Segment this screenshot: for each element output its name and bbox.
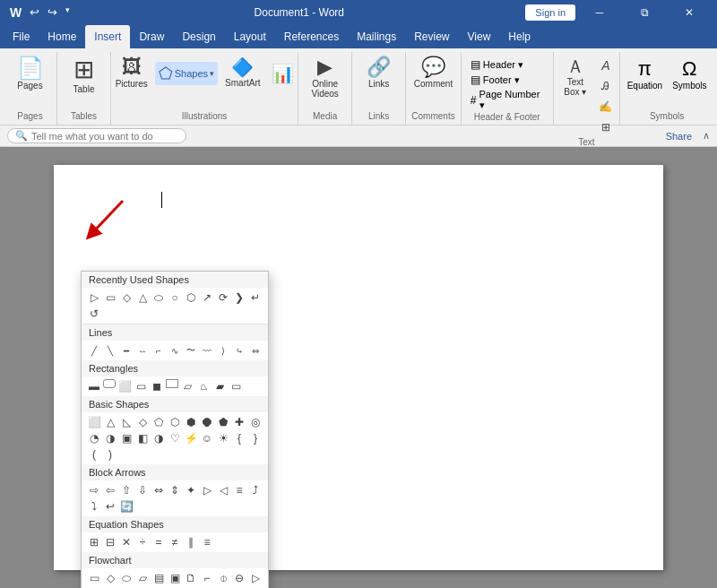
shapes-button[interactable]: ⬠ Shapes ▾ — [155, 62, 218, 85]
ba-curved-up[interactable]: ⤴ — [248, 483, 263, 497]
rect-snip-diag[interactable]: ◼ — [150, 379, 164, 393]
basic-dec[interactable]: ⬟ — [216, 415, 230, 429]
share-button[interactable]: Share — [666, 131, 692, 142]
ba-left[interactable]: ⇦ — [103, 483, 117, 497]
eq-equal[interactable]: = — [151, 535, 166, 549]
signin-button[interactable]: Sign in — [525, 4, 575, 21]
basic-rt-triangle[interactable]: ◺ — [119, 415, 134, 429]
ribbon-collapse-button[interactable]: ∧ — [703, 130, 710, 142]
basic-paren-l[interactable]: ( — [87, 447, 101, 462]
basic-pent[interactable]: ⬠ — [151, 415, 166, 429]
line-connector[interactable]: ⤷ — [232, 343, 246, 358]
redo-button[interactable]: ↪ — [45, 4, 60, 21]
page-number-button[interactable]: # Page Number ▾ — [467, 88, 548, 112]
eq-plus[interactable]: ⊞ — [87, 535, 101, 549]
fc-stored[interactable]: ⌽ — [216, 571, 230, 585]
comment-button[interactable]: 💬 Comment — [410, 56, 456, 91]
rect-trapezoid[interactable]: ⏢ — [196, 379, 211, 393]
shape-diamond[interactable]: ◇ — [119, 290, 134, 305]
fc-decision[interactable]: ◇ — [103, 571, 117, 585]
minimize-button[interactable]: ─ — [579, 0, 620, 25]
line-dash[interactable]: ╲ — [103, 343, 117, 358]
ba-quad[interactable]: ✦ — [184, 483, 198, 497]
fc-terminator[interactable]: ⬭ — [119, 571, 134, 585]
eq-mult[interactable]: ✕ — [119, 535, 134, 549]
shape-triangle[interactable]: △ — [135, 290, 150, 305]
shape-rect[interactable]: ▭ — [103, 290, 117, 305]
basic-paren-r[interactable]: ) — [103, 447, 117, 462]
basic-smiley[interactable]: ☺ — [200, 431, 214, 445]
basic-frame[interactable]: ▣ — [119, 431, 134, 445]
rect-rounded[interactable] — [103, 379, 116, 388]
tell-me-search-input[interactable] — [31, 131, 178, 142]
basic-square[interactable]: ⬜ — [87, 415, 101, 429]
tab-references[interactable]: References — [275, 25, 348, 48]
basic-heart[interactable]: ♡ — [168, 431, 182, 445]
tab-insert[interactable]: Insert — [85, 25, 130, 48]
basic-hex[interactable]: ⬡ — [168, 415, 182, 429]
line-arrow[interactable]: ━ — [119, 343, 134, 358]
basic-ring[interactable]: ◎ — [248, 415, 263, 429]
tab-review[interactable]: Review — [405, 25, 458, 48]
basic-triangle[interactable]: △ — [103, 415, 117, 429]
rect-solid[interactable]: ▰ — [212, 379, 227, 393]
line-straight[interactable]: ╱ — [87, 343, 101, 358]
ba-stripes[interactable]: ≡ — [232, 483, 246, 497]
shape-circle[interactable]: ○ — [168, 290, 182, 305]
close-button[interactable]: ✕ — [669, 0, 710, 25]
shape-hex[interactable]: ⬡ — [184, 290, 198, 305]
rect-snip-one[interactable]: ⬜ — [117, 379, 132, 393]
fc-sequential[interactable]: ⊖ — [232, 571, 246, 585]
line-elbow[interactable]: ⌐ — [151, 343, 166, 358]
fc-predefined[interactable]: ▤ — [151, 571, 166, 585]
tab-layout[interactable]: Layout — [225, 25, 275, 48]
tab-home[interactable]: Home — [39, 25, 85, 48]
ba-right[interactable]: ⇨ — [87, 483, 101, 497]
customize-qa-button[interactable]: ▾ — [63, 4, 73, 21]
basic-half-frame[interactable]: ◧ — [135, 431, 150, 445]
eq-div[interactable]: ÷ — [135, 535, 150, 549]
basic-moon[interactable]: ◑ — [151, 431, 166, 445]
eq-equiv[interactable]: ≡ — [200, 535, 214, 549]
fc-process[interactable]: ▭ — [87, 571, 101, 585]
text-box-button[interactable]: Ａ TextBox ▾ — [557, 56, 593, 99]
eq-parallel[interactable]: ∥ — [184, 535, 198, 549]
fc-data[interactable]: ▱ — [135, 571, 150, 585]
restore-button[interactable]: ⧉ — [624, 0, 665, 25]
symbols-button[interactable]: Ω Symbols — [669, 56, 710, 92]
tab-draw[interactable]: Draw — [130, 25, 173, 48]
tab-file[interactable]: File — [4, 25, 39, 48]
tab-mailings[interactable]: Mailings — [348, 25, 405, 48]
shape-corner-right[interactable]: ↵ — [248, 290, 263, 305]
line-double-arrow[interactable]: ↔ — [135, 343, 150, 358]
shape-curve-arrow[interactable]: ↗ — [200, 290, 214, 305]
links-button[interactable]: 🔗 Links — [361, 56, 397, 91]
ba-notch-left[interactable]: ◁ — [216, 483, 230, 497]
shape-chevron-right[interactable]: ❯ — [232, 290, 246, 305]
header-button[interactable]: ▤ Header ▾ — [467, 57, 548, 72]
ba-left-right[interactable]: ⇔ — [151, 483, 166, 497]
basic-brace-l[interactable]: { — [232, 431, 246, 445]
fc-manual[interactable]: ⌐ — [200, 571, 214, 585]
rect-frame[interactable] — [166, 379, 178, 388]
basic-cross[interactable]: ✚ — [232, 415, 246, 429]
ba-u-turn[interactable]: ↩ — [103, 499, 117, 514]
online-videos-button[interactable]: ▶ OnlineVideos — [307, 56, 343, 100]
eq-neq[interactable]: ≠ — [168, 535, 182, 549]
line-freeform[interactable]: 〜 — [184, 343, 198, 358]
basic-brace-r[interactable]: } — [248, 431, 263, 445]
shape-curve-right[interactable]: ⟳ — [216, 290, 230, 305]
ba-loop[interactable]: 🔄 — [119, 499, 134, 514]
basic-hept[interactable]: ⬢ — [184, 415, 198, 429]
basic-sun[interactable]: ☀ — [216, 431, 230, 445]
smartart-button[interactable]: 🔷 SmartArt — [221, 56, 263, 90]
fc-delay[interactable]: ▷ — [248, 571, 263, 585]
rect-outline[interactable]: ▭ — [229, 379, 243, 393]
line-angle[interactable]: ⟩ — [216, 343, 230, 358]
chart-button[interactable]: 📊 — [268, 63, 298, 84]
ba-down[interactable]: ⇩ — [135, 483, 150, 497]
shape-loop[interactable]: ↺ — [87, 307, 101, 321]
object-button[interactable]: ⊞ — [596, 117, 616, 137]
tell-me-input-wrap[interactable]: 🔍 — [7, 128, 186, 143]
table-button[interactable]: ⊞ Table — [66, 56, 102, 96]
